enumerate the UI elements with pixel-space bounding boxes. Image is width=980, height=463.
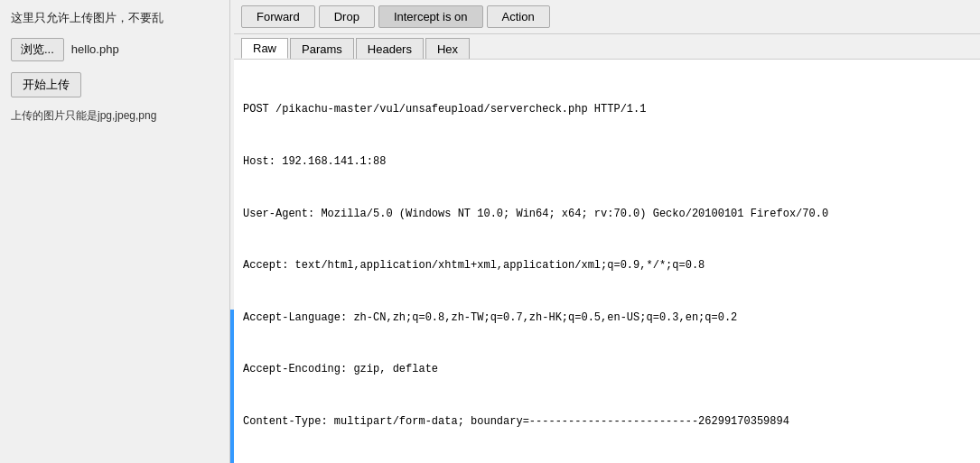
hint-text: 这里只允许上传图片，不要乱 xyxy=(11,9,219,27)
action-button[interactable]: Action xyxy=(487,5,550,28)
request-line-3: User-Agent: Mozilla/5.0 (Windows NT 10.0… xyxy=(243,206,971,223)
tabs-row: Raw Params Headers Hex xyxy=(234,34,980,60)
tab-headers[interactable]: Headers xyxy=(356,38,424,59)
right-panel: Forward Drop Intercept is on Action Raw … xyxy=(234,0,980,463)
toolbar: Forward Drop Intercept is on Action xyxy=(234,0,980,34)
file-row: 浏览... hello.php xyxy=(11,38,219,61)
drop-button[interactable]: Drop xyxy=(319,5,375,28)
tab-params[interactable]: Params xyxy=(290,38,354,59)
request-line-5: Accept-Language: zh-CN,zh;q=0.8,zh-TW;q=… xyxy=(243,310,971,327)
file-name-label: hello.php xyxy=(71,42,119,56)
request-line-6: Accept-Encoding: gzip, deflate xyxy=(243,361,971,378)
error-text: 上传的图片只能是jpg,jpeg,png xyxy=(11,108,219,124)
tab-raw[interactable]: Raw xyxy=(241,38,288,59)
left-panel: 这里只允许上传图片，不要乱 浏览... hello.php 开始上传 上传的图片… xyxy=(0,0,230,463)
forward-button[interactable]: Forward xyxy=(241,5,315,28)
request-line-1: POST /pikachu-master/vul/unsafeupload/se… xyxy=(243,101,971,118)
upload-button[interactable]: 开始上传 xyxy=(11,72,81,97)
tab-hex[interactable]: Hex xyxy=(425,38,470,59)
request-line-2: Host: 192.168.141.1:88 xyxy=(243,153,971,171)
request-line-4: Accept: text/html,application/xhtml+xml,… xyxy=(243,257,971,274)
request-content: POST /pikachu-master/vul/unsafeupload/se… xyxy=(234,60,980,463)
intercept-button[interactable]: Intercept is on xyxy=(378,5,483,28)
browse-button[interactable]: 浏览... xyxy=(11,38,64,61)
request-line-7: Content-Type: multipart/form-data; bound… xyxy=(243,413,971,431)
